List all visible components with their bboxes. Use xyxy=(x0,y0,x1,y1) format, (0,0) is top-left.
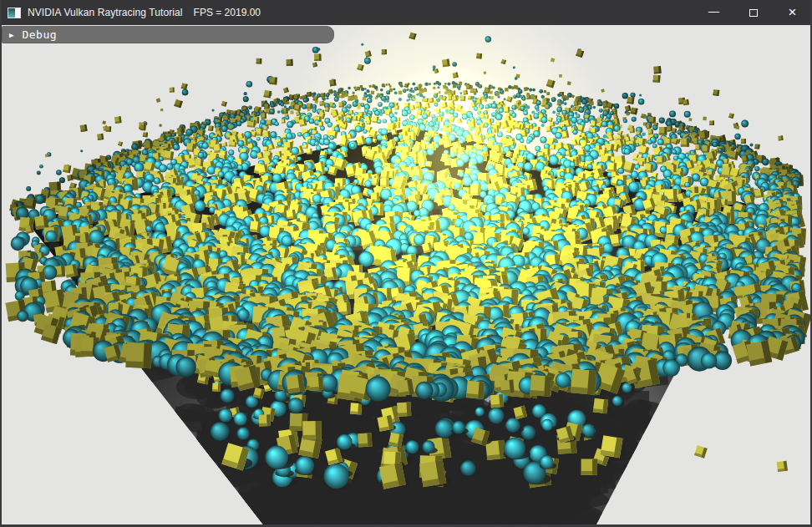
close-button[interactable]: × xyxy=(773,0,812,25)
close-icon: × xyxy=(789,4,797,21)
minimize-button[interactable]: — xyxy=(694,0,733,25)
debug-collapsing-header[interactable]: ▶ Debug xyxy=(2,26,334,43)
fps-counter: FPS = 2019.00 xyxy=(194,7,261,18)
debug-header-label: Debug xyxy=(22,28,57,41)
app-icon-right xyxy=(15,8,20,18)
titlebar[interactable]: NVIDIA Vulkan Raytracing Tutorial FPS = … xyxy=(0,0,812,25)
window-title: NVIDIA Vulkan Raytracing Tutorial xyxy=(28,7,183,18)
maximize-icon xyxy=(749,9,758,17)
app-window: NVIDIA Vulkan Raytracing Tutorial FPS = … xyxy=(0,0,812,527)
app-icon-left xyxy=(8,8,15,18)
chevron-right-icon: ▶ xyxy=(9,30,13,38)
viewport-3d-scene[interactable] xyxy=(2,25,810,524)
minimize-icon: — xyxy=(708,5,719,18)
app-icon xyxy=(8,8,21,18)
maximize-button[interactable] xyxy=(733,0,773,25)
